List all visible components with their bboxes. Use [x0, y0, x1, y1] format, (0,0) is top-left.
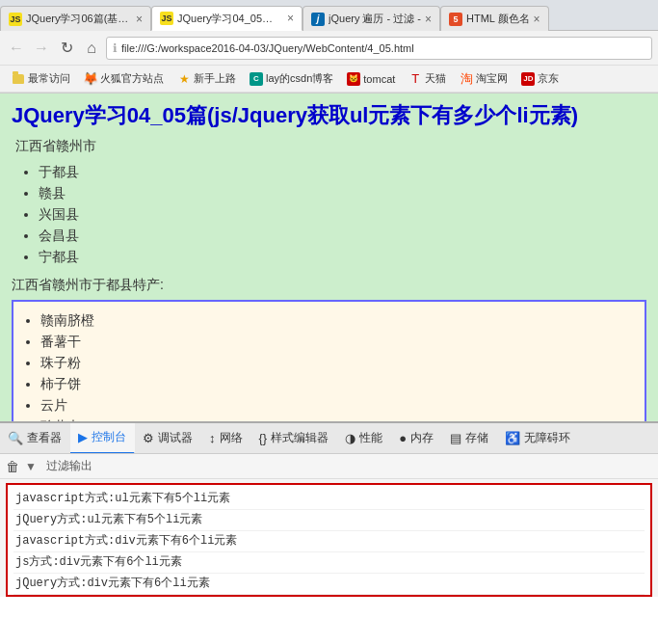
tab-1-icon: JS	[9, 13, 22, 26]
inspector-icon: 🔍	[8, 431, 23, 445]
clear-console-button[interactable]: 🗑	[6, 459, 19, 474]
bookmark-taobao-label: 淘宝网	[476, 71, 508, 86]
reload-button[interactable]: ↻	[56, 38, 77, 59]
devtools-tab-storage[interactable]: ▤ 存储	[442, 423, 497, 454]
list-item: 柿子饼	[40, 373, 637, 394]
tab-4-icon	[449, 13, 462, 26]
page-title: JQuery学习04_05篇(js/Jquery获取ul元素下有多少个li元素)	[12, 101, 646, 130]
accessibility-icon: ♿	[505, 431, 520, 445]
list-item: 兴国县	[39, 203, 646, 225]
devtools-tab-storage-label: 存储	[465, 430, 488, 446]
tab-4-label: HTML 颜色名	[466, 12, 530, 26]
console-line-4: js方式:div元素下有6个li元素	[13, 552, 645, 574]
jd-icon: JD	[521, 72, 535, 86]
network-icon: ↕	[209, 431, 216, 445]
devtools-tab-performance-label: 性能	[359, 430, 382, 446]
storage-icon: ▤	[450, 431, 461, 445]
tab-1-close[interactable]: ×	[136, 13, 143, 26]
console-toolbar: 🗑 ▼ 过滤输出	[0, 454, 658, 479]
devtools-tab-debugger[interactable]: ⚙ 调试器	[135, 423, 201, 454]
console-line-6: jquery方式:div元素下有6个li元素	[13, 595, 645, 597]
back-button[interactable]: ←	[6, 38, 27, 59]
tab-2-icon: JS	[160, 12, 173, 25]
console-output: javascript方式:ul元素下有5个li元素 jQuery方式:ul元素下…	[6, 483, 652, 597]
devtools-tab-style[interactable]: {} 样式编辑器	[251, 423, 338, 454]
devtools-tab-inspector[interactable]: 🔍 查看器	[0, 423, 70, 454]
bookmark-tomcat[interactable]: 🐱 tomcat	[341, 68, 401, 90]
list1: 于都县 赣县 兴国县 会昌县 宁都县	[15, 161, 646, 267]
tab-2-label: JQuery学习04_05篇(js/...	[177, 12, 283, 26]
tab-2-close[interactable]: ×	[287, 12, 294, 25]
bookmarks-bar: 最常访问 🦊 火狐官方站点 ★ 新手上路 C lay的csdn博客 🐱 tomc…	[0, 66, 658, 93]
star-icon: ★	[177, 72, 191, 86]
lock-icon: ℹ	[113, 41, 118, 55]
console-line-1: javascript方式:ul元素下有5个li元素	[13, 489, 645, 510]
devtools-tab-accessibility[interactable]: ♿ 无障碍环	[497, 423, 579, 454]
bookmark-tianmao[interactable]: T 天猫	[403, 68, 452, 90]
tab-1-label: JQuery学习06篇(基础...	[26, 12, 132, 26]
bookmark-lay-label: lay的csdn博客	[266, 71, 333, 86]
devtools-panel: 🔍 查看器 ▶ 控制台 ⚙ 调试器 ↕ 网络 {} 样式编辑器 ◑ 性能 ● 内…	[0, 421, 658, 597]
taobao-icon: 淘	[460, 72, 473, 86]
devtools-tab-performance[interactable]: ◑ 性能	[337, 423, 391, 454]
list-item: 赣县	[39, 182, 646, 203]
list-item: 宁都县	[39, 246, 646, 267]
performance-icon: ◑	[345, 431, 355, 445]
tab-bar: JS JQuery学习06篇(基础... × JS JQuery学习04_05篇…	[0, 0, 658, 31]
devtools-tab-debugger-label: 调试器	[158, 430, 193, 446]
list-item: 云片	[40, 394, 637, 416]
bookmark-taobao[interactable]: 淘 淘宝网	[454, 68, 513, 90]
bookmark-jd[interactable]: JD 京东	[515, 68, 565, 90]
devtools-tab-memory[interactable]: ● 内存	[391, 423, 442, 454]
section2-bordered: 赣南脐橙 番薯干 珠子粉 柿子饼 云片 酸萝卜	[12, 300, 646, 421]
bookmark-lay[interactable]: C lay的csdn博客	[244, 68, 339, 90]
bookmark-xinshoulushang[interactable]: ★ 新手上路	[171, 68, 242, 90]
tab-1[interactable]: JS JQuery学习06篇(基础... ×	[0, 6, 151, 31]
devtools-tab-accessibility-label: 无障碍环	[524, 430, 570, 446]
bookmark-tianmao-label: 天猫	[425, 71, 446, 86]
devtools-tab-console[interactable]: ▶ 控制台	[70, 423, 135, 454]
bookmark-firefox[interactable]: 🦊 火狐官方站点	[78, 68, 170, 90]
page-content: JQuery学习04_05篇(js/Jquery获取ul元素下有多少个li元素)…	[0, 94, 658, 421]
memory-icon: ●	[399, 431, 407, 445]
section2-title: 江西省赣州市于都县特产:	[12, 277, 646, 294]
tab-4-close[interactable]: ×	[534, 13, 540, 26]
nav-bar: ← → ↻ ⌂ ℹ file:///G:/workspace2016-04-03…	[0, 31, 658, 66]
bookmark-zuichang-label: 最常访问	[28, 71, 70, 86]
lay-icon: C	[250, 72, 263, 86]
list2: 赣南脐橙 番薯干 珠子粉 柿子饼 云片 酸萝卜	[21, 309, 637, 421]
filter-icon: ▼	[25, 460, 37, 473]
bookmark-firefox-label: 火狐官方站点	[100, 71, 164, 86]
forward-button[interactable]: →	[31, 38, 52, 59]
list-item: 赣南脐橙	[40, 309, 637, 331]
list-item: 于都县	[39, 161, 646, 182]
bookmark-tomcat-label: tomcat	[363, 73, 395, 85]
devtools-tab-network-label: 网络	[220, 430, 243, 446]
tab-3-close[interactable]: ×	[425, 13, 432, 26]
devtools-tab-style-label: 样式编辑器	[271, 430, 329, 446]
bookmark-jd-label: 京东	[538, 71, 559, 86]
tomcat-icon: 🐱	[347, 72, 360, 86]
section1-title: 江西省赣州市	[15, 138, 646, 155]
console-line-2: jQuery方式:ul元素下有5个li元素	[13, 510, 645, 531]
devtools-tab-inspector-label: 查看器	[27, 430, 62, 446]
tab-3-label: jQuery 遍历 - 过滤 -	[329, 12, 421, 26]
address-bar[interactable]: ℹ file:///G:/workspace2016-04-03/JQuery/…	[106, 37, 652, 60]
list-item: 珠子粉	[40, 352, 637, 373]
folder-icon	[12, 72, 25, 86]
tab-3[interactable]: jQuery 遍历 - 过滤 - ×	[303, 6, 440, 31]
devtools-tab-network[interactable]: ↕ 网络	[201, 423, 251, 454]
firefox-icon: 🦊	[84, 72, 97, 86]
console-line-3: javascript方式:div元素下有6个li元素	[13, 531, 645, 552]
devtools-tab-bar: 🔍 查看器 ▶ 控制台 ⚙ 调试器 ↕ 网络 {} 样式编辑器 ◑ 性能 ● 内…	[0, 423, 658, 454]
bookmark-zuichang[interactable]: 最常访问	[6, 68, 76, 90]
tab-4[interactable]: HTML 颜色名 ×	[440, 6, 549, 31]
home-button[interactable]: ⌂	[81, 38, 102, 59]
list-item: 会昌县	[39, 225, 646, 246]
tab-3-icon	[311, 13, 325, 26]
address-text: file:///G:/workspace2016-04-03/JQuery/We…	[121, 42, 645, 54]
tab-bar-end	[549, 30, 658, 31]
style-icon: {}	[259, 431, 268, 445]
filter-label[interactable]: 过滤输出	[46, 458, 92, 474]
tab-2[interactable]: JS JQuery学习04_05篇(js/... ×	[151, 6, 303, 31]
